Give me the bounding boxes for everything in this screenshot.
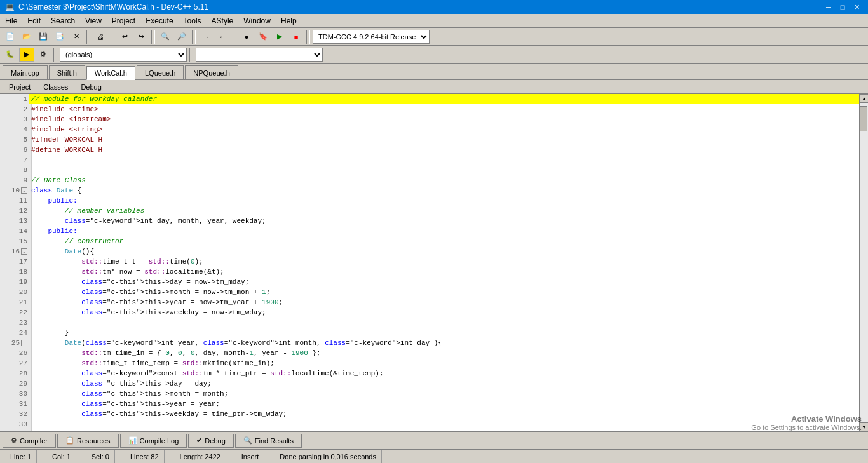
close-file-button[interactable]: ✕ [69,30,84,44]
project-tab-classes[interactable]: Classes [37,82,74,92]
file-tab-WorkCal-h[interactable]: WorkCal.h [86,66,135,80]
find-button[interactable]: 🔍 [158,30,173,44]
code-line-14: public: [29,226,859,236]
indent-button[interactable]: → [198,30,214,44]
open-button[interactable]: 📂 [19,30,34,44]
line-number-20: 20 [0,287,31,297]
menu-item-tools[interactable]: Tools [179,14,207,27]
line-number-27: 27 [0,358,31,368]
separator6 [306,30,310,44]
project-tab-debug[interactable]: Debug [74,82,107,92]
line-number-10: 10- [0,185,31,196]
scroll-up-arrow[interactable]: ▲ [860,94,868,103]
redo-button[interactable]: ↪ [133,30,149,44]
code-line-9: // Date Class [29,175,859,185]
fold-marker[interactable]: - [21,248,27,255]
undo-button[interactable]: ↩ [117,30,132,44]
save-all-button[interactable]: 📑 [52,30,67,44]
bottom-tab-compile-log[interactable]: 📊Compile Log [120,434,187,448]
save-button[interactable]: 💾 [36,30,51,44]
menu-item-edit[interactable]: Edit [22,14,46,27]
line-number-31: 31 [0,399,31,409]
settings-button[interactable]: ⚙ [36,48,51,62]
scroll-thumb[interactable] [860,106,867,131]
code-line-30: class="c-this">this->month = month; [29,389,859,399]
code-line-7 [29,155,859,165]
menu-item-help[interactable]: Help [276,14,302,27]
unindent-button[interactable]: ← [215,30,230,44]
menu-item-file[interactable]: File [0,14,22,27]
close-button[interactable]: ✕ [850,2,863,12]
tsep1 [53,48,57,62]
bottom-tab-debug[interactable]: ✔Debug [188,434,233,448]
code-line-18: std::tm* now = std::localtime(&t); [29,267,859,277]
toggle-breakpoint-button[interactable]: ● [239,30,254,44]
globals-dropdown[interactable]: (globals) [60,48,187,62]
file-tab-Main-cpp[interactable]: Main.cpp [3,65,48,79]
replace-button[interactable]: 🔎 [174,30,189,44]
run-button[interactable]: ▶ [19,48,34,62]
symbol-dropdown[interactable] [196,48,323,62]
file-tab-NPQueue-h[interactable]: NPQueue.h [185,65,238,79]
menu-item-astyle[interactable]: AStyle [207,14,239,27]
print-button[interactable]: 🖨 [93,30,108,44]
code-line-27: std::time_t time_temp = std::mktime(&tim… [29,358,859,368]
line-number-21: 21 [0,297,31,307]
app-icon: 💻 [5,3,15,11]
line-number-25: 25- [0,338,31,348]
file-tab-LQueue-h[interactable]: LQueue.h [137,65,184,79]
bottom-tab-resources[interactable]: 📋Resources [57,434,119,448]
new-button[interactable]: 📄 [3,30,18,44]
compiler-dropdown[interactable]: TDM-GCC 4.9.2 64-bit Release [313,30,430,44]
menu-item-window[interactable]: Window [238,14,276,27]
minimize-button[interactable]: ─ [822,2,835,12]
line-number-28: 28 [0,368,31,379]
main-content: 12345678910-111213141516-171819202122232… [0,94,868,431]
menu-item-project[interactable]: Project [107,14,140,27]
code-line-8 [29,165,859,175]
file-tab-Shift-h[interactable]: Shift.h [49,65,85,79]
title-bar-left: 💻 C:\Semester 3\Project\ShiftM\WorkCal.h… [5,3,208,11]
code-line-24: } [29,328,859,338]
compile-run-button[interactable]: ▶ [272,30,287,44]
project-tab-project[interactable]: Project [3,82,37,92]
bookmark-button[interactable]: 🔖 [255,30,271,44]
scroll-track[interactable] [860,103,868,422]
status-line: Line: 1 [5,450,37,463]
status-lines: Lines: 82 [125,450,165,463]
line-number-13: 13 [0,216,31,226]
code-line-33 [29,419,859,429]
separator3 [151,30,155,44]
stop-button[interactable]: ■ [288,30,304,44]
line-number-1: 1 [0,94,31,104]
fold-marker[interactable]: - [21,340,27,346]
line-number-33: 33 [0,419,31,429]
vertical-scrollbar[interactable]: ▲ ▼ [859,94,868,431]
line-numbers: 12345678910-111213141516-171819202122232… [0,94,32,431]
bottom-tab-compiler[interactable]: ⚙Compiler [3,434,56,448]
code-line-13: class="c-keyword">int day, month, year, … [29,216,859,226]
menu-bar: FileEditSearchViewProjectExecuteToolsASt… [0,14,868,28]
bottom-tab-find-results[interactable]: 🔍Find Results [235,434,302,448]
debug-button[interactable]: 🐛 [3,48,18,62]
line-number-23: 23 [0,318,31,328]
editor: 12345678910-111213141516-171819202122232… [0,94,859,431]
status-sel: Sel: 0 [86,450,115,463]
code-line-10: class Date { [29,185,859,196]
code-line-17: std::time_t t = std::time(0); [29,257,859,267]
title-bar-controls: ─ □ ✕ [822,2,863,12]
menu-item-view[interactable]: View [80,14,107,27]
menu-item-execute[interactable]: Execute [140,14,178,27]
fold-marker[interactable]: - [21,187,27,194]
code-line-12: // member variables [29,206,859,216]
line-number-2: 2 [0,104,31,114]
status-message: Done parsing in 0,016 seconds [275,450,382,463]
maximize-button[interactable]: □ [836,2,849,12]
line-number-19: 19 [0,277,31,287]
debug-icon: ✔ [196,436,202,445]
code-area[interactable]: // module for workday calander#include <… [29,94,859,431]
menu-item-search[interactable]: Search [46,14,80,27]
scroll-down-arrow[interactable]: ▼ [860,422,868,431]
status-bar: Line: 1 Col: 1 Sel: 0 Lines: 82 Length: … [0,449,868,463]
code-line-26: std::tm time_in = { 0, 0, 0, day, month-… [29,348,859,358]
